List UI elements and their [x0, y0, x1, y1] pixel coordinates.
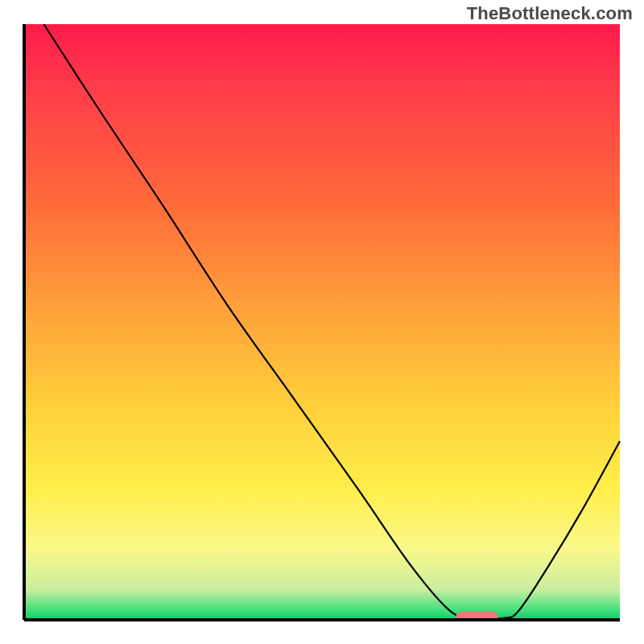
- plot-background: [24, 24, 620, 620]
- bottleneck-chart: TheBottleneck.com: [0, 0, 644, 644]
- watermark-text: TheBottleneck.com: [467, 3, 633, 24]
- chart-svg: [0, 0, 644, 644]
